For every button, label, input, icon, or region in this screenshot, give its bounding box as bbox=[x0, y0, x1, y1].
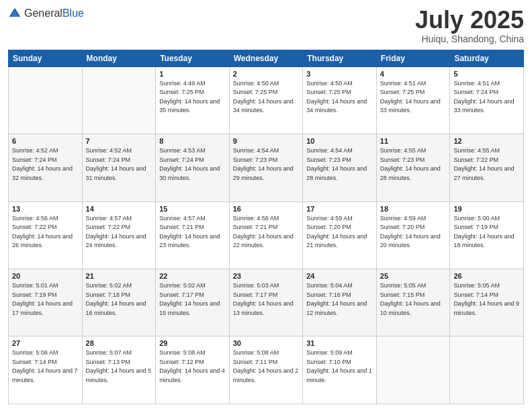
table-row: 1Sunrise: 4:49 AM Sunset: 7:25 PM Daylig… bbox=[156, 66, 230, 134]
day-info: Sunrise: 4:52 AM Sunset: 7:24 PM Dayligh… bbox=[86, 146, 152, 183]
header: GeneralBlue July 2025 Huiqu, Shandong, C… bbox=[8, 7, 524, 44]
day-info: Sunrise: 5:09 AM Sunset: 7:10 PM Dayligh… bbox=[306, 349, 373, 385]
day-info: Sunrise: 5:03 AM Sunset: 7:17 PM Dayligh… bbox=[233, 281, 300, 318]
day-info: Sunrise: 4:55 AM Sunset: 7:23 PM Dayligh… bbox=[380, 146, 447, 183]
day-number: 12 bbox=[453, 137, 520, 145]
day-info: Sunrise: 4:56 AM Sunset: 7:22 PM Dayligh… bbox=[12, 214, 79, 250]
logo-general: General bbox=[24, 7, 62, 19]
day-info: Sunrise: 4:50 AM Sunset: 7:25 PM Dayligh… bbox=[306, 79, 373, 116]
day-info: Sunrise: 4:51 AM Sunset: 7:24 PM Dayligh… bbox=[453, 79, 520, 116]
table-row: 25Sunrise: 5:05 AM Sunset: 7:15 PM Dayli… bbox=[376, 269, 450, 336]
table-row bbox=[82, 66, 156, 134]
day-info: Sunrise: 4:51 AM Sunset: 7:25 PM Dayligh… bbox=[380, 79, 447, 116]
col-tuesday: Tuesday bbox=[156, 50, 230, 66]
day-info: Sunrise: 5:08 AM Sunset: 7:11 PM Dayligh… bbox=[233, 349, 300, 385]
day-info: Sunrise: 5:06 AM Sunset: 7:14 PM Dayligh… bbox=[12, 349, 79, 385]
table-row: 11Sunrise: 4:55 AM Sunset: 7:23 PM Dayli… bbox=[376, 134, 450, 201]
day-info: Sunrise: 4:52 AM Sunset: 7:24 PM Dayligh… bbox=[12, 146, 79, 183]
week-row-5: 27Sunrise: 5:06 AM Sunset: 7:14 PM Dayli… bbox=[9, 336, 524, 404]
day-info: Sunrise: 5:04 AM Sunset: 7:16 PM Dayligh… bbox=[306, 281, 373, 318]
table-row: 21Sunrise: 5:02 AM Sunset: 7:18 PM Dayli… bbox=[82, 269, 156, 336]
day-info: Sunrise: 4:53 AM Sunset: 7:24 PM Dayligh… bbox=[159, 146, 226, 183]
col-wednesday: Wednesday bbox=[229, 50, 303, 66]
day-number: 20 bbox=[12, 272, 79, 280]
day-number: 7 bbox=[86, 137, 152, 145]
day-info: Sunrise: 5:05 AM Sunset: 7:14 PM Dayligh… bbox=[453, 281, 520, 318]
table-row: 24Sunrise: 5:04 AM Sunset: 7:16 PM Dayli… bbox=[303, 269, 377, 336]
table-row: 3Sunrise: 4:50 AM Sunset: 7:25 PM Daylig… bbox=[303, 66, 377, 134]
table-row: 31Sunrise: 5:09 AM Sunset: 7:10 PM Dayli… bbox=[303, 336, 377, 404]
day-number: 29 bbox=[159, 339, 226, 347]
month-title: July 2025 bbox=[415, 7, 524, 34]
table-row: 8Sunrise: 4:53 AM Sunset: 7:24 PM Daylig… bbox=[156, 134, 230, 201]
day-number: 15 bbox=[159, 205, 226, 213]
table-row: 17Sunrise: 4:59 AM Sunset: 7:20 PM Dayli… bbox=[303, 201, 377, 269]
week-row-3: 13Sunrise: 4:56 AM Sunset: 7:22 PM Dayli… bbox=[9, 201, 524, 269]
table-row: 22Sunrise: 5:02 AM Sunset: 7:17 PM Dayli… bbox=[156, 269, 230, 336]
col-saturday: Saturday bbox=[450, 50, 524, 66]
table-row: 16Sunrise: 4:58 AM Sunset: 7:21 PM Dayli… bbox=[229, 201, 303, 269]
table-row: 28Sunrise: 5:07 AM Sunset: 7:13 PM Dayli… bbox=[82, 336, 156, 404]
day-number: 8 bbox=[159, 137, 226, 145]
table-row: 12Sunrise: 4:55 AM Sunset: 7:22 PM Dayli… bbox=[450, 134, 524, 201]
day-number: 1 bbox=[159, 70, 226, 78]
table-row bbox=[450, 336, 524, 404]
logo-text: GeneralBlue bbox=[24, 7, 84, 19]
calendar-table: Sunday Monday Tuesday Wednesday Thursday… bbox=[8, 50, 524, 404]
day-number: 2 bbox=[233, 70, 300, 78]
day-info: Sunrise: 5:02 AM Sunset: 7:17 PM Dayligh… bbox=[159, 281, 226, 318]
location: Huiqu, Shandong, China bbox=[415, 34, 524, 44]
col-thursday: Thursday bbox=[303, 50, 377, 66]
table-row: 15Sunrise: 4:57 AM Sunset: 7:21 PM Dayli… bbox=[156, 201, 230, 269]
day-info: Sunrise: 4:57 AM Sunset: 7:21 PM Dayligh… bbox=[159, 214, 226, 250]
table-row bbox=[9, 66, 83, 134]
day-number: 27 bbox=[12, 339, 79, 347]
day-info: Sunrise: 4:49 AM Sunset: 7:25 PM Dayligh… bbox=[159, 79, 226, 116]
logo-icon bbox=[8, 7, 21, 20]
page-container: GeneralBlue July 2025 Huiqu, Shandong, C… bbox=[0, 0, 532, 411]
week-row-4: 20Sunrise: 5:01 AM Sunset: 7:19 PM Dayli… bbox=[9, 269, 524, 336]
day-info: Sunrise: 4:50 AM Sunset: 7:25 PM Dayligh… bbox=[233, 79, 300, 116]
day-number: 6 bbox=[12, 137, 79, 145]
day-number: 10 bbox=[306, 137, 373, 145]
calendar-header-row: Sunday Monday Tuesday Wednesday Thursday… bbox=[9, 50, 524, 66]
day-number: 19 bbox=[453, 205, 520, 213]
table-row: 7Sunrise: 4:52 AM Sunset: 7:24 PM Daylig… bbox=[82, 134, 156, 201]
day-info: Sunrise: 5:08 AM Sunset: 7:12 PM Dayligh… bbox=[159, 349, 226, 385]
day-info: Sunrise: 5:01 AM Sunset: 7:19 PM Dayligh… bbox=[12, 281, 79, 318]
title-block: July 2025 Huiqu, Shandong, China bbox=[415, 7, 524, 44]
col-sunday: Sunday bbox=[9, 50, 83, 66]
table-row: 27Sunrise: 5:06 AM Sunset: 7:14 PM Dayli… bbox=[9, 336, 83, 404]
table-row: 10Sunrise: 4:54 AM Sunset: 7:23 PM Dayli… bbox=[303, 134, 377, 201]
table-row: 30Sunrise: 5:08 AM Sunset: 7:11 PM Dayli… bbox=[229, 336, 303, 404]
day-number: 26 bbox=[453, 272, 520, 280]
day-number: 11 bbox=[380, 137, 447, 145]
day-info: Sunrise: 5:05 AM Sunset: 7:15 PM Dayligh… bbox=[380, 281, 447, 318]
day-number: 25 bbox=[380, 272, 447, 280]
table-row: 20Sunrise: 5:01 AM Sunset: 7:19 PM Dayli… bbox=[9, 269, 83, 336]
day-number: 24 bbox=[306, 272, 373, 280]
table-row: 29Sunrise: 5:08 AM Sunset: 7:12 PM Dayli… bbox=[156, 336, 230, 404]
day-number: 16 bbox=[233, 205, 300, 213]
day-info: Sunrise: 4:57 AM Sunset: 7:22 PM Dayligh… bbox=[86, 214, 152, 250]
day-number: 14 bbox=[86, 205, 152, 213]
day-info: Sunrise: 5:02 AM Sunset: 7:18 PM Dayligh… bbox=[86, 281, 152, 318]
table-row: 23Sunrise: 5:03 AM Sunset: 7:17 PM Dayli… bbox=[229, 269, 303, 336]
day-info: Sunrise: 4:55 AM Sunset: 7:22 PM Dayligh… bbox=[453, 146, 520, 183]
table-row: 13Sunrise: 4:56 AM Sunset: 7:22 PM Dayli… bbox=[9, 201, 83, 269]
table-row: 5Sunrise: 4:51 AM Sunset: 7:24 PM Daylig… bbox=[450, 66, 524, 134]
table-row bbox=[376, 336, 450, 404]
table-row: 2Sunrise: 4:50 AM Sunset: 7:25 PM Daylig… bbox=[229, 66, 303, 134]
day-number: 4 bbox=[380, 70, 447, 78]
week-row-2: 6Sunrise: 4:52 AM Sunset: 7:24 PM Daylig… bbox=[9, 134, 524, 201]
day-number: 3 bbox=[306, 70, 373, 78]
table-row: 14Sunrise: 4:57 AM Sunset: 7:22 PM Dayli… bbox=[82, 201, 156, 269]
day-info: Sunrise: 5:07 AM Sunset: 7:13 PM Dayligh… bbox=[86, 349, 152, 385]
day-number: 28 bbox=[86, 339, 152, 347]
week-row-1: 1Sunrise: 4:49 AM Sunset: 7:25 PM Daylig… bbox=[9, 66, 524, 134]
table-row: 18Sunrise: 4:59 AM Sunset: 7:20 PM Dayli… bbox=[376, 201, 450, 269]
logo: GeneralBlue bbox=[8, 7, 84, 20]
day-info: Sunrise: 4:59 AM Sunset: 7:20 PM Dayligh… bbox=[380, 214, 447, 250]
day-number: 5 bbox=[453, 70, 520, 78]
table-row: 6Sunrise: 4:52 AM Sunset: 7:24 PM Daylig… bbox=[9, 134, 83, 201]
